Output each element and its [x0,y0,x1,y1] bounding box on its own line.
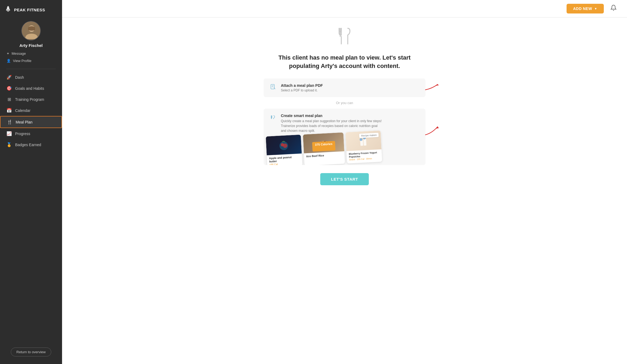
apple-card-body: Apple and peanut butter +96 Cal [267,153,302,165]
beef-img: 375 Calories [303,132,344,153]
app-name: PEAK FITNESS [14,8,45,12]
sidebar-divider [6,69,56,69]
notification-button[interactable] [608,3,619,14]
lets-start-button[interactable]: LET'S START [320,173,369,185]
pdf-icon [270,84,277,91]
sidebar-item-calendar-label: Calendar [15,108,30,113]
return-to-overview-button[interactable]: Return to overview [11,348,51,356]
user-actions: ✦ Message 👤 View Profile [0,50,62,64]
arrow-1 [424,83,440,92]
sidebar-item-progress-label: Progress [15,132,30,136]
calories-badge: 375 Calories [312,141,336,151]
attach-pdf-card[interactable]: Attach a meal plan PDF Select a PDF to u… [264,78,425,97]
smart-meal-content: Create smart meal plan Quickly create a … [281,114,383,133]
chevron-down-icon: ▼ [594,7,597,10]
message-action[interactable]: ✦ Message [4,50,58,57]
content-area: This client has no meal plan to view. Le… [62,18,627,364]
meal-preview: Apple and peanut butter +96 Cal [266,128,419,165]
sidebar-item-badges-label: Badges Earned [15,143,41,147]
smart-meal-wrapper: Create smart meal plan Quickly create a … [264,109,425,165]
bell-icon [610,5,617,13]
sidebar-item-dash-label: Dash [15,75,24,80]
training-icon: ⊞ [6,97,12,102]
attach-pdf-title: Attach a meal plan PDF [281,83,419,88]
attach-pdf-content: Attach a meal plan PDF Select a PDF to u… [281,83,419,92]
view-profile-action[interactable]: 👤 View Profile [4,58,58,64]
sidebar-item-training[interactable]: ⊞ Training Program [0,94,62,105]
progress-icon: 📈 [6,131,12,136]
profile-icon: 👤 [6,59,11,63]
nav-items: 🚀 Dash 🎯 Goals and Habits ⊞ Training Pro… [0,72,62,348]
meal-plan-icon: 🍴 [7,119,12,125]
header: ADD NEW ▼ [62,0,627,18]
view-profile-label: View Profile [13,59,31,63]
badges-icon: 🏅 [6,142,12,147]
sidebar-item-badges[interactable]: 🏅 Badges Earned [0,139,62,150]
sidebar-item-calendar[interactable]: 📅 Calendar [0,105,62,116]
sidebar-item-meal-plan[interactable]: 🍴 Meal Plan [0,116,62,128]
or-text: Or you can [336,101,353,105]
svg-marker-4 [436,84,439,86]
logo: PEAK FITNESS [0,5,49,15]
sidebar-item-training-label: Training Program [15,97,44,102]
svg-point-14 [359,138,362,141]
or-divider: Or you can [264,101,425,105]
dash-icon: 🚀 [6,75,12,80]
svg-rect-13 [363,139,366,145]
svg-marker-16 [436,127,439,129]
sidebar-item-goals[interactable]: 🎯 Goals and Habits [0,83,62,94]
add-new-label: ADD NEW [573,6,592,11]
sidebar-item-progress[interactable]: 📈 Progress [0,128,62,139]
blueberry-img: Recipe maken [346,130,381,151]
message-label: Message [12,51,26,56]
smart-meal-card[interactable]: Create smart meal plan Quickly create a … [264,109,425,165]
beef-name: tico Beef Rice [306,153,342,158]
logo-icon [4,5,12,15]
apple-img [266,135,302,155]
sidebar-item-dash[interactable]: 🚀 Dash [0,72,62,83]
meal-card-beef: 375 Calories tico Beef Rice [303,132,345,165]
goals-icon: 🎯 [6,86,12,91]
user-name: Arty Fischel [19,43,43,48]
avatar [21,21,41,40]
meal-plan-empty-icon [334,26,355,48]
empty-state-message: This client has no meal plan to view. Le… [277,54,412,70]
main-area: ADD NEW ▼ This client has no me [62,0,627,364]
sidebar: PEAK FITNESS Arty Fischel ✦ Message 👤 Vi… [0,0,62,364]
attach-pdf-wrapper: Attach a meal plan PDF Select a PDF to u… [264,78,425,97]
message-icon: ✦ [6,51,9,56]
attach-pdf-desc: Select a PDF to upload it. [281,88,419,92]
blueberry-card-body: Blueberry Frozen Yogurt Popsicles Snack … [346,149,382,162]
svg-rect-12 [360,140,363,145]
arrow-2 [424,125,440,137]
add-new-button[interactable]: ADD NEW ▼ [567,4,604,13]
calendar-icon: 📅 [6,108,12,113]
sidebar-item-meal-plan-label: Meal Plan [16,120,32,124]
smart-meal-title: Create smart meal plan [281,114,383,118]
avatar-image [22,22,40,40]
smart-meal-icon [270,114,277,121]
recipe-badge: Recipe maken [359,133,379,138]
sidebar-item-goals-label: Goals and Habits [15,86,44,91]
meal-card-apple: Apple and peanut butter +96 Cal [266,135,302,165]
meal-card-blueberry: Recipe maken Blueberry Frozen Yogurt Pop… [346,130,382,163]
